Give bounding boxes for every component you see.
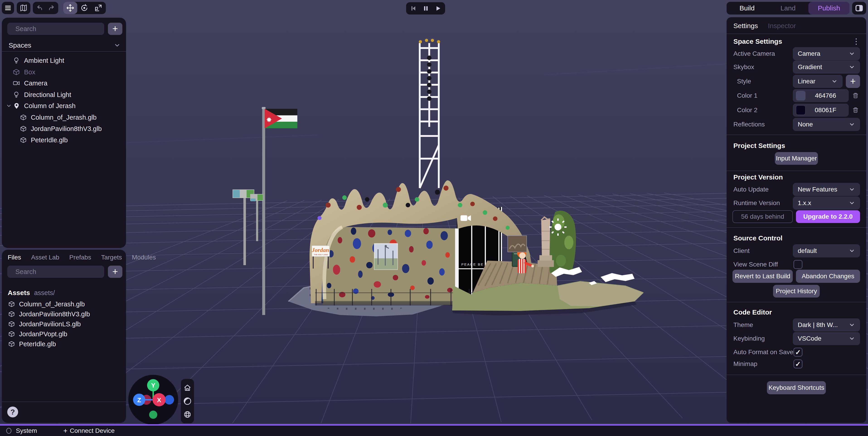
- connect-device-button[interactable]: + Connect Device: [63, 427, 115, 435]
- files-search-input[interactable]: [15, 268, 101, 276]
- add-object-button[interactable]: +: [108, 23, 122, 35]
- auto-format-label: Auto Format on Save: [733, 348, 794, 356]
- revert-button[interactable]: Revert to Last Build: [733, 270, 793, 283]
- gizmo-negz-ball[interactable]: [164, 395, 174, 405]
- tab-inspector[interactable]: Inspector: [768, 22, 796, 30]
- tab-asset-lab[interactable]: Asset Lab: [31, 254, 59, 261]
- minimap-row: Minimap ✓: [733, 357, 860, 371]
- tree-item-box[interactable]: Box: [5, 66, 123, 78]
- file-item[interactable]: JordanPavilionLS.glb: [5, 318, 123, 330]
- chevron-down-icon[interactable]: [114, 42, 121, 49]
- home-view-icon[interactable]: [183, 384, 191, 392]
- camera-icon: [13, 80, 20, 87]
- tab-publish[interactable]: Publish: [808, 2, 849, 14]
- kebab-icon: ⋮: [852, 37, 860, 46]
- map-icon: [20, 4, 27, 12]
- color2-hex[interactable]: 08061F: [805, 106, 845, 114]
- system-label[interactable]: System: [16, 427, 37, 434]
- color1-hex[interactable]: 464766: [805, 92, 845, 99]
- tab-modules[interactable]: Modules: [132, 254, 156, 261]
- keybinding-select[interactable]: VSCode: [793, 332, 860, 345]
- play-icon[interactable]: [435, 5, 441, 12]
- add-skybox-style-button[interactable]: +: [846, 75, 860, 88]
- file-item[interactable]: Column_of_Jerash.glb: [5, 299, 123, 310]
- tree-item-label: Column_of_Jerash.glb: [31, 114, 97, 121]
- runtime-version-select[interactable]: 1.x.x: [793, 196, 860, 210]
- keyboard-shortcuts-button[interactable]: Keyboard Shortcuts: [767, 381, 826, 394]
- style-select[interactable]: Linear: [793, 75, 843, 88]
- space-settings-menu-button[interactable]: ⋮: [852, 37, 861, 46]
- scale-tool-button[interactable]: [91, 2, 105, 14]
- tree-item-camera[interactable]: Camera: [5, 77, 123, 89]
- space-settings-title: Space Settings: [733, 38, 782, 45]
- theme-select[interactable]: Dark | 8th W...: [793, 318, 860, 332]
- hierarchy-search[interactable]: [7, 23, 104, 35]
- tab-targets[interactable]: Targets: [101, 254, 122, 261]
- tab-settings[interactable]: Settings: [733, 22, 758, 30]
- trash-icon[interactable]: [852, 106, 859, 114]
- minimap-checkbox[interactable]: ✓: [794, 360, 803, 369]
- tree-item-pavilion-glb[interactable]: JordanPavilion8thV3.glb: [5, 123, 123, 134]
- tree-item-label: Camera: [24, 80, 48, 87]
- reflections-select[interactable]: None: [793, 118, 860, 131]
- active-camera-select[interactable]: Camera: [793, 47, 860, 60]
- help-button[interactable]: ?: [7, 407, 18, 417]
- chevron-down-icon[interactable]: [6, 103, 12, 109]
- client-select[interactable]: default: [793, 244, 860, 257]
- tree-item-directional-light[interactable]: Directional Light: [5, 89, 123, 100]
- tab-land[interactable]: Land: [768, 2, 809, 14]
- abandon-button[interactable]: Abandon Changes: [796, 270, 860, 283]
- svg-text:Jordan: Jordan: [312, 247, 329, 253]
- tree-item-ambient-light[interactable]: Ambient Light: [5, 55, 123, 66]
- project-history-button[interactable]: Project History: [773, 285, 820, 298]
- tab-files[interactable]: Files: [8, 254, 21, 261]
- tab-build[interactable]: Build: [726, 2, 768, 14]
- spaces-header-label: Spaces: [9, 41, 31, 49]
- tree-item-peteridle-glb[interactable]: PeterIdle.glb: [5, 134, 123, 146]
- undo-icon[interactable]: [35, 4, 44, 12]
- globe-grid-icon[interactable]: [183, 410, 191, 418]
- pause-icon[interactable]: [423, 5, 429, 12]
- file-item[interactable]: JordanPavilion8thV3.glb: [5, 308, 123, 320]
- tree-item-column-of-jerash[interactable]: Column of Jerash: [5, 100, 123, 112]
- files-search[interactable]: [7, 266, 104, 278]
- skybox-select[interactable]: Gradient: [793, 61, 860, 74]
- photo-frame-city[interactable]: [374, 244, 398, 270]
- skip-start-icon[interactable]: [410, 5, 417, 12]
- auto-format-checkbox[interactable]: ✓: [794, 348, 803, 357]
- shading-icon[interactable]: [183, 397, 191, 405]
- color2-field[interactable]: 08061F: [793, 103, 849, 117]
- hierarchy-search-input[interactable]: [15, 25, 101, 33]
- view-scene-diff-checkbox[interactable]: [794, 260, 803, 269]
- file-item[interactable]: PeterIdle.glb: [5, 338, 123, 350]
- auto-update-select[interactable]: New Features: [793, 183, 860, 196]
- upgrade-button[interactable]: Upgrade to 2.2.0: [796, 210, 860, 223]
- toggle-panel-button[interactable]: [852, 2, 866, 14]
- gizmo-negy-ball[interactable]: [149, 411, 157, 419]
- transform-toolbar: [63, 2, 106, 14]
- cube-icon: [8, 331, 15, 337]
- plus-icon: +: [113, 23, 118, 34]
- orientation-gizmo[interactable]: Y Z X: [128, 374, 179, 425]
- color1-swatch[interactable]: [796, 91, 805, 100]
- input-manager-button[interactable]: Input Manager: [775, 152, 818, 165]
- file-item-label: Column_of_Jerash.glb: [19, 301, 85, 308]
- tab-prefabs[interactable]: Prefabs: [69, 254, 91, 261]
- file-item[interactable]: JordanPVopt.glb: [5, 329, 123, 340]
- tree-item-column-glb[interactable]: Column_of_Jerash.glb: [5, 112, 123, 123]
- redo-icon[interactable]: [47, 4, 56, 12]
- color2-swatch[interactable]: [796, 105, 805, 115]
- rotate-tool-button[interactable]: [77, 2, 91, 14]
- light-icon: [13, 57, 20, 64]
- spaces-header[interactable]: Spaces: [9, 40, 121, 51]
- map-button[interactable]: [17, 2, 30, 14]
- add-asset-button[interactable]: +: [108, 266, 122, 278]
- assets-path[interactable]: assets/: [34, 289, 55, 297]
- main-menu-button[interactable]: [2, 2, 14, 14]
- move-tool-button[interactable]: [63, 2, 77, 14]
- active-camera-row: Active Camera Camera: [733, 47, 860, 60]
- chevron-down-icon: [849, 200, 855, 206]
- gizmo-z-label: Z: [137, 397, 141, 404]
- trash-icon[interactable]: [852, 92, 859, 99]
- color1-field[interactable]: 464766: [793, 89, 849, 102]
